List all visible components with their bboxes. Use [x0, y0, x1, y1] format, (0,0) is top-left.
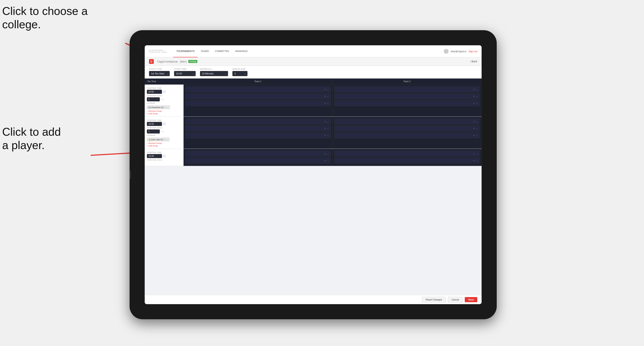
player-arrow-icon[interactable]: ⌄	[476, 95, 478, 98]
save-button[interactable]: Save	[465, 297, 477, 302]
start-type-label: Start Type	[149, 68, 170, 70]
clippd-logo: C	[149, 59, 154, 64]
time-input-row-1: 🕙	[147, 90, 181, 94]
player-remove-icon[interactable]: ×	[474, 134, 475, 137]
tab-tournaments[interactable]: TOURNAMENTS	[173, 45, 198, 57]
group-row: STARTING TIME: 🕙 STARTING HOLE: ⌃⌄ COURS…	[145, 85, 482, 117]
intervals-label: Intervals	[200, 68, 228, 70]
hole-spinner-1[interactable]: ⌃⌄	[161, 98, 164, 101]
tab-rankings[interactable]: RANKINGS	[232, 45, 250, 57]
hosting-badge: Hosting	[188, 60, 198, 63]
back-button[interactable]: ‹ Back	[470, 60, 477, 63]
group-row: STARTING TIME: 🕙 STARTING HOLE: ⌃⌄ COURS…	[145, 117, 482, 149]
time-input-row-3: 🕙	[147, 154, 181, 158]
hole-input-row-1: ⌃⌄	[147, 97, 181, 101]
player-remove-icon[interactable]: ×	[474, 88, 475, 91]
player-remove-icon[interactable]: ×	[324, 134, 326, 137]
start-type-select-wrapper: 1st Tee Start	[149, 71, 170, 76]
player-arrow-icon[interactable]: ⌄	[327, 153, 329, 155]
player-remove-icon[interactable]: ×	[474, 120, 475, 123]
player-remove-icon[interactable]: ×	[474, 153, 475, 155]
nav-tabs: TOURNAMENTS TEAMS COMMITTEE RANKINGS	[173, 45, 444, 57]
player-row: × ⌄	[185, 100, 331, 106]
clock-icon-2: 🕙	[163, 123, 166, 125]
hole-input-1[interactable]	[147, 97, 160, 101]
course-tag-remove-2[interactable]: ×	[164, 138, 166, 141]
team1-cell-1: × ⌄ × ⌄ × ⌄	[184, 85, 332, 117]
starting-time-label-2: STARTING TIME:	[147, 119, 181, 121]
time-input-1[interactable]	[147, 90, 162, 94]
player-arrow-icon[interactable]: ⌄	[327, 120, 329, 123]
start-time-input[interactable]	[174, 71, 196, 76]
player-remove-icon[interactable]: ×	[474, 102, 475, 104]
player-arrow-icon[interactable]: ⌄	[476, 160, 478, 162]
starting-hole-label-1: STARTING HOLE:	[147, 95, 181, 97]
tab-committee[interactable]: COMMITTEE	[212, 45, 232, 57]
player-remove-icon[interactable]: ×	[324, 120, 326, 123]
team1-cell-3: × ⌄ × ⌄	[184, 149, 332, 166]
player-arrow-icon[interactable]: ⌄	[327, 88, 329, 91]
player-arrow-icon[interactable]: ⌄	[327, 134, 329, 137]
sign-out-link[interactable]: Sign out	[469, 50, 477, 53]
player-arrow-icon[interactable]: ⌄	[476, 120, 478, 123]
th-team1: Team 1	[184, 79, 332, 84]
player-remove-icon[interactable]: ×	[474, 127, 475, 130]
cancel-button[interactable]: Cancel	[448, 297, 462, 302]
player-remove-icon[interactable]: ×	[474, 160, 475, 162]
player-arrow-icon[interactable]: ⌄	[476, 102, 478, 104]
player-row: × ⌄	[185, 118, 331, 125]
player-row: × ⌄	[334, 132, 480, 138]
player-remove-icon[interactable]: ×	[324, 160, 326, 162]
course-tag-remove-1[interactable]: ×	[165, 106, 166, 109]
avatar	[444, 49, 448, 54]
player-arrow-icon[interactable]: ⌄	[476, 88, 478, 91]
player-arrow-icon[interactable]: ⌄	[476, 134, 478, 137]
brand-sub: Powered by clippd	[149, 51, 167, 53]
course-tag-arrow-1[interactable]: ⌄	[167, 106, 168, 109]
left-cell-3: STARTING TIME: 🕙 STARTING HOLE:	[145, 149, 184, 166]
annotation-college: Click to choose a college.	[2, 4, 88, 31]
course-label-2: COURSE:	[147, 134, 181, 136]
start-time-label: Start Time	[174, 68, 196, 70]
action-links-1: ○ Remove Group + Add Group	[147, 110, 181, 115]
course-tag-2[interactable]: ⛳ East Lake GC × ⌄	[147, 138, 170, 141]
starting-time-label-3: STARTING TIME:	[147, 152, 181, 153]
action-links-2: ○ Remove Group + Add Group	[147, 142, 181, 147]
tablet-frame: SCOREBOARD Powered by clippd TOURNAMENTS…	[130, 30, 497, 319]
player-arrow-icon[interactable]: ⌄	[327, 102, 329, 104]
remove-group-2[interactable]: ○ Remove Group	[147, 142, 181, 144]
player-remove-icon[interactable]: ×	[324, 88, 326, 91]
left-cell-2: STARTING TIME: 🕙 STARTING HOLE: ⌃⌄ COURS…	[145, 117, 184, 149]
add-group-1[interactable]: + Add Group	[147, 113, 181, 115]
player-arrow-icon[interactable]: ⌄	[327, 127, 329, 130]
tab-teams[interactable]: TEAMS	[198, 45, 212, 57]
th-tee-time: Tee Time	[145, 79, 184, 84]
player-arrow-icon[interactable]: ⌄	[476, 127, 478, 130]
start-type-select[interactable]: 1st Tee Start	[149, 71, 170, 76]
group-size-group: Group Size 3	[232, 68, 248, 76]
intervals-select[interactable]: 10 Minutes	[200, 71, 228, 76]
hole-spinner-2[interactable]: ⌃⌄	[161, 131, 164, 133]
player-arrow-icon[interactable]: ⌄	[327, 95, 329, 98]
player-arrow-icon[interactable]: ⌄	[476, 153, 478, 155]
remove-group-1[interactable]: ○ Remove Group	[147, 110, 181, 112]
hole-input-2[interactable]	[147, 129, 160, 134]
table-body: STARTING TIME: 🕙 STARTING HOLE: ⌃⌄ COURS…	[145, 85, 482, 295]
left-cell-1: STARTING TIME: 🕙 STARTING HOLE: ⌃⌄ COURS…	[145, 85, 184, 117]
clock-icon-3: 🕙	[163, 155, 166, 157]
course-tag-1[interactable]: (A) Peachtree GC × ⌄	[147, 106, 170, 109]
reset-button[interactable]: Reset Changes	[422, 297, 446, 302]
player-remove-icon[interactable]: ×	[324, 153, 326, 155]
course-tag-arrow-2[interactable]: ⌄	[166, 138, 168, 141]
player-row: × ⌄	[334, 86, 480, 92]
group-size-select[interactable]: 3	[232, 71, 248, 76]
time-input-2[interactable]	[147, 122, 162, 126]
add-group-2[interactable]: + Add Group	[147, 145, 181, 147]
player-arrow-icon[interactable]: ⌄	[327, 160, 329, 162]
player-row: × ⌄	[334, 93, 480, 99]
time-input-3[interactable]	[147, 154, 162, 158]
player-remove-icon[interactable]: ×	[474, 95, 475, 98]
player-remove-icon[interactable]: ×	[324, 102, 326, 104]
player-remove-icon[interactable]: ×	[324, 127, 326, 130]
player-remove-icon[interactable]: ×	[324, 95, 326, 98]
